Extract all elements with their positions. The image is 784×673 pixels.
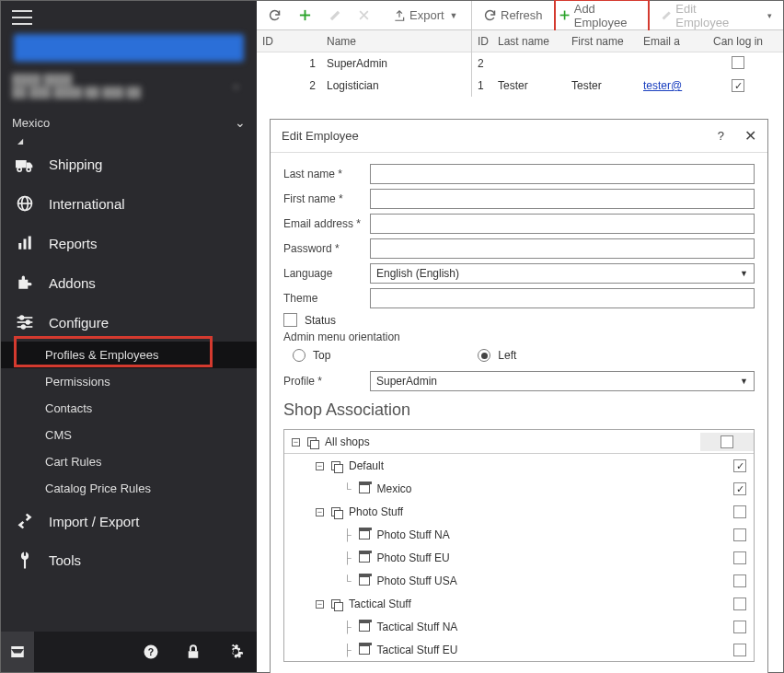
password-input[interactable] <box>370 238 755 259</box>
status-checkbox[interactable] <box>283 313 297 327</box>
nav-configure[interactable]: Configure <box>1 303 257 342</box>
panel-help-button[interactable]: ? <box>718 129 724 143</box>
sub-catalog-price-rules[interactable]: Catalog Price Rules <box>1 475 257 502</box>
svg-rect-17 <box>189 651 199 658</box>
tree-checkbox[interactable] <box>733 482 746 495</box>
add-employee-button[interactable]: Add Employee <box>554 0 651 32</box>
tree-node-photo-stuff[interactable]: −Photo Stuff <box>284 500 754 523</box>
help-icon[interactable]: ? <box>143 644 159 660</box>
caret-down-icon: ▾ <box>767 11 772 20</box>
nav-import-export[interactable]: Import / Export <box>1 502 257 540</box>
first-name-input[interactable] <box>370 189 755 209</box>
orientation-left-radio[interactable] <box>478 349 490 362</box>
panel-title: Edit Employee <box>282 129 359 143</box>
edit-left-button[interactable] <box>323 6 347 25</box>
theme-input[interactable] <box>370 288 755 308</box>
collapse-icon[interactable]: − <box>316 462 324 470</box>
table-row[interactable]: 1 SuperAdmin <box>257 52 471 75</box>
col-email[interactable]: Email a <box>638 32 693 51</box>
tree-node-default[interactable]: −Default <box>284 454 754 477</box>
hamburger-icon[interactable] <box>12 10 32 25</box>
shop-association-title: Shop Association <box>283 400 755 420</box>
tree-checkbox[interactable] <box>733 574 746 587</box>
collapse-icon[interactable]: − <box>316 600 324 609</box>
sub-contacts[interactable]: Contacts <box>1 395 257 422</box>
collapse-icon[interactable]: − <box>316 508 324 516</box>
tree-node-tactical[interactable]: −Tactical Stuff <box>284 592 754 615</box>
inbox-button[interactable] <box>1 632 34 672</box>
country-selector[interactable]: Mexico ⌄ <box>1 108 257 137</box>
col-name[interactable]: Name <box>321 32 362 51</box>
lock-icon[interactable] <box>185 644 202 660</box>
puzzle-icon <box>16 273 34 292</box>
tree-checkbox[interactable] <box>733 598 746 610</box>
profile-select[interactable]: SuperAdmin▼ <box>370 371 755 391</box>
toolbar-more-button[interactable]: ▾ <box>760 8 778 23</box>
label-profile: Profile * <box>283 375 370 388</box>
tree-checkbox[interactable] <box>733 505 746 518</box>
label-password: Password * <box>283 242 370 255</box>
login-checkbox[interactable] <box>732 56 744 69</box>
tree-checkbox[interactable] <box>733 644 746 656</box>
orientation-top-radio[interactable] <box>293 349 306 362</box>
delete-left-button[interactable] <box>352 6 375 24</box>
login-checkbox[interactable]: ✓ <box>732 79 744 92</box>
nav-label: Tools <box>49 552 81 568</box>
nav-shipping[interactable]: Shipping <box>1 145 257 183</box>
svg-rect-7 <box>24 239 27 249</box>
tree-checkbox[interactable] <box>733 551 746 564</box>
table-row[interactable]: 1 Tester Tester tester@ ✓ <box>472 75 783 97</box>
last-name-input[interactable] <box>370 164 755 184</box>
plus-icon <box>298 8 312 22</box>
label-status: Status <box>305 314 336 327</box>
caret-down-icon: ▼ <box>450 11 458 20</box>
edit-employee-button[interactable]: Edit Employee <box>655 0 749 32</box>
refresh-icon <box>483 8 497 22</box>
sidebar-bottom-bar: ? <box>1 632 257 672</box>
brand-button[interactable] <box>14 34 244 62</box>
refresh-right-button[interactable]: Refresh <box>478 6 548 25</box>
sub-cms[interactable]: CMS <box>1 422 257 448</box>
tree-checkbox[interactable] <box>733 459 746 472</box>
tree-node-photo-na[interactable]: ├Photo Stuff NA <box>284 523 754 546</box>
table-row[interactable]: 2 <box>472 52 783 75</box>
nav-reports[interactable]: Reports <box>1 224 257 262</box>
tree-checkbox[interactable] <box>733 621 746 633</box>
add-left-button[interactable] <box>293 6 317 25</box>
tree-node-all-shops[interactable]: − All shops <box>284 430 754 454</box>
tree-node-tactical-eu[interactable]: ├Tactical Stuff EU <box>284 638 754 661</box>
nav-international[interactable]: International <box>1 183 257 224</box>
tree-node-photo-usa[interactable]: └Photo Stuff USA <box>284 569 754 592</box>
tree-node-mexico[interactable]: └Mexico <box>284 477 754 500</box>
table-row[interactable]: 2 Logistician <box>257 75 471 97</box>
label-theme: Theme <box>283 292 370 305</box>
svg-point-14 <box>22 325 26 329</box>
nav-tools[interactable]: Tools <box>1 540 257 579</box>
tree-checkbox[interactable] <box>721 435 733 448</box>
panel-close-button[interactable]: ✕ <box>744 127 756 145</box>
group-icon <box>331 461 341 471</box>
sub-profiles-employees[interactable]: Profiles & Employees <box>1 342 257 368</box>
email-input[interactable] <box>370 214 755 234</box>
sub-cart-rules[interactable]: Cart Rules <box>1 448 257 475</box>
tree-node-photo-eu[interactable]: ├Photo Stuff EU <box>284 546 754 569</box>
tree-caret-icon[interactable]: ◢ <box>1 137 257 145</box>
collapse-icon[interactable]: − <box>292 438 300 447</box>
export-button[interactable]: Export▼ <box>387 6 464 25</box>
col-first[interactable]: First name <box>566 32 638 51</box>
col-id[interactable]: ID <box>472 32 492 51</box>
nav-addons[interactable]: Addons <box>1 262 257 303</box>
tree-checkbox[interactable] <box>733 528 746 541</box>
col-last[interactable]: Last name <box>492 32 566 51</box>
col-id[interactable]: ID <box>257 32 321 51</box>
language-select[interactable]: English (English)▼ <box>370 263 755 284</box>
sub-permissions[interactable]: Permissions <box>1 368 257 395</box>
refresh-left-button[interactable] <box>262 6 287 25</box>
email-link[interactable]: tester@ <box>643 79 682 92</box>
col-login[interactable]: Can log in <box>693 32 783 51</box>
group-icon <box>307 437 317 447</box>
svg-point-2 <box>27 167 30 170</box>
brand-meta: ████ ██████ ███ ████ ██ ███ ██⌄ <box>12 73 246 104</box>
gear-icon[interactable] <box>227 644 244 660</box>
tree-node-tactical-na[interactable]: ├Tactical Stuff NA <box>284 615 754 638</box>
